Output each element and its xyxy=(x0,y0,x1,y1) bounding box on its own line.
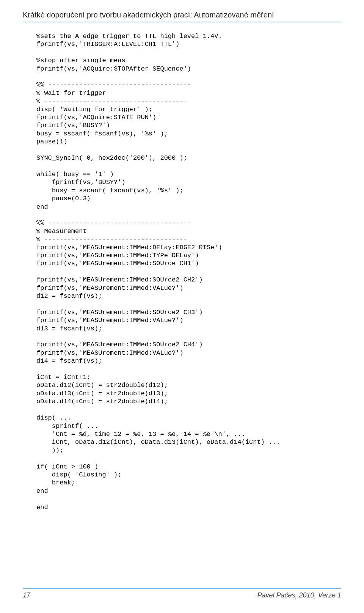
page-number: 17 xyxy=(23,591,30,599)
document-page: Krátké doporučení pro tvorbu akademickýc… xyxy=(0,0,364,613)
footer-credit: Pavel Pačes, 2010, Verze 1 xyxy=(257,591,341,599)
code-listing: %sets the A edge trigger to TTL high lev… xyxy=(36,32,341,511)
header-title: Krátké doporučení pro tvorbu akademickýc… xyxy=(23,11,274,19)
page-footer: 17 Pavel Pačes, 2010, Verze 1 xyxy=(23,588,341,599)
page-header: Krátké doporučení pro tvorbu akademickýc… xyxy=(23,11,341,22)
